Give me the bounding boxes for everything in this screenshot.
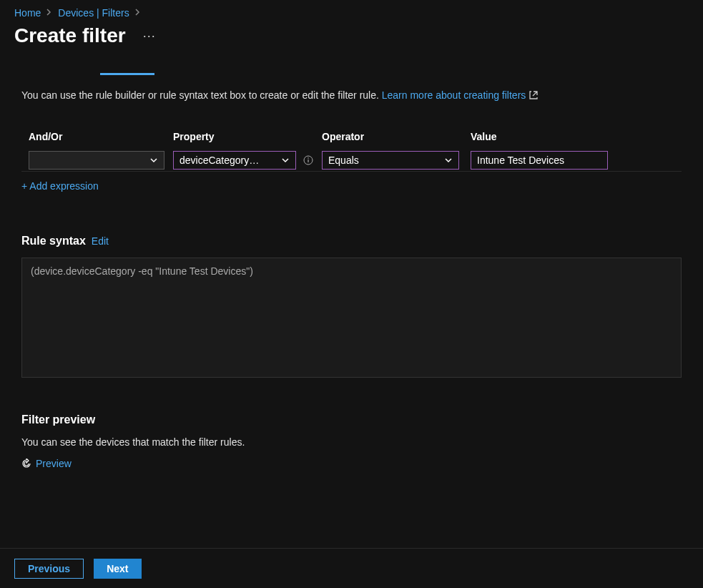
rule-syntax-header: Rule syntax Edit bbox=[21, 235, 682, 248]
edit-syntax-link[interactable]: Edit bbox=[92, 235, 109, 247]
column-header-andor: And/Or bbox=[21, 131, 173, 142]
add-expression-link[interactable]: + Add expression bbox=[21, 180, 99, 192]
breadcrumb: Home Devices | Filters bbox=[0, 0, 703, 19]
learn-more-link[interactable]: Learn more about creating filters bbox=[382, 89, 539, 101]
wizard-footer: Previous Next bbox=[0, 548, 703, 588]
operator-value: Equals bbox=[328, 155, 359, 166]
more-actions-button[interactable]: ··· bbox=[137, 26, 162, 46]
svg-point-1 bbox=[308, 157, 309, 159]
chevron-down-icon bbox=[281, 156, 290, 165]
refresh-icon[interactable] bbox=[21, 459, 31, 469]
external-link-icon bbox=[529, 90, 539, 102]
filter-preview-header: Filter preview bbox=[21, 413, 682, 426]
chevron-right-icon bbox=[46, 8, 52, 18]
column-header-value: Value bbox=[471, 131, 614, 142]
chevron-down-icon bbox=[444, 156, 453, 165]
filter-preview-description: You can see the devices that match the f… bbox=[21, 436, 682, 448]
svg-rect-2 bbox=[308, 160, 308, 162]
intro-text: You can use the rule builder or rule syn… bbox=[21, 89, 682, 102]
column-header-property: Property bbox=[173, 131, 322, 142]
intro-text-content: You can use the rule builder or rule syn… bbox=[21, 89, 382, 101]
rule-row: deviceCategory… Equals bbox=[21, 151, 682, 172]
value-input[interactable] bbox=[471, 151, 608, 170]
chevron-down-icon bbox=[149, 156, 158, 165]
operator-dropdown[interactable]: Equals bbox=[322, 151, 459, 170]
page-title-row: Create filter ··· bbox=[0, 19, 703, 47]
column-header-operator: Operator bbox=[322, 131, 471, 142]
breadcrumb-devices-filters[interactable]: Devices | Filters bbox=[58, 7, 129, 19]
preview-link[interactable]: Preview bbox=[36, 458, 72, 469]
next-button[interactable]: Next bbox=[94, 559, 141, 579]
rule-syntax-textbox: (device.deviceCategory -eq "Intune Test … bbox=[21, 258, 682, 378]
property-value: deviceCategory… bbox=[180, 155, 259, 166]
page-title: Create filter bbox=[14, 24, 126, 47]
property-dropdown[interactable]: deviceCategory… bbox=[173, 151, 296, 170]
chevron-right-icon bbox=[135, 8, 141, 18]
info-icon[interactable] bbox=[303, 155, 313, 165]
rule-syntax-title: Rule syntax bbox=[21, 235, 86, 248]
rule-builder-table: And/Or Property Operator Value deviceCat… bbox=[21, 131, 682, 192]
andor-dropdown[interactable] bbox=[29, 151, 164, 170]
breadcrumb-home[interactable]: Home bbox=[14, 7, 41, 19]
previous-button[interactable]: Previous bbox=[14, 559, 84, 579]
